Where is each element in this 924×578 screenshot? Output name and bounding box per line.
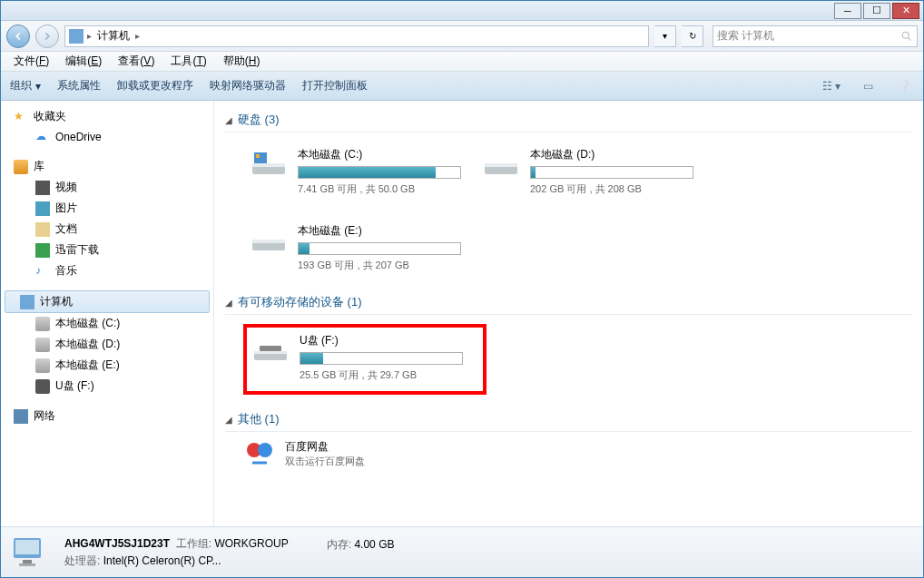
address-dropdown[interactable]: ▾ xyxy=(654,25,676,47)
navigation-bar: ▸ 计算机 ▸ ▾ ↻ 搜索 计算机 xyxy=(1,21,923,52)
disk-icon xyxy=(35,317,50,331)
svg-rect-16 xyxy=(15,540,39,554)
view-icon[interactable]: ☷ ▾ xyxy=(821,76,841,96)
svg-line-1 xyxy=(909,37,911,40)
sidebar-documents[interactable]: 文档 xyxy=(1,219,213,240)
download-icon xyxy=(35,243,50,258)
usb-drive-icon xyxy=(251,333,290,366)
menu-tools[interactable]: 工具(T) xyxy=(163,52,213,71)
sidebar-drive-c[interactable]: 本地磁盘 (C:) xyxy=(1,313,213,334)
baidu-name: 百度网盘 xyxy=(285,439,365,455)
menu-edit[interactable]: 编辑(E) xyxy=(58,52,109,71)
maximize-button[interactable]: ☐ xyxy=(863,3,890,19)
titlebar: ─ ☐ ✕ xyxy=(1,1,923,21)
baidu-netdisk[interactable]: 百度网盘 双击运行百度网盘 xyxy=(225,432,912,475)
computer-name: AHG4WTJ5SJ1D23T xyxy=(64,537,170,550)
sidebar: ★收藏夹 ☁OneDrive 库 视频 图片 文档 迅雷下载 ♪音乐 计算机 本… xyxy=(1,101,214,526)
document-icon xyxy=(35,222,50,237)
svg-point-14 xyxy=(258,443,272,457)
drive-f-name: U盘 (F:) xyxy=(300,333,476,348)
sidebar-favorites[interactable]: ★收藏夹 xyxy=(1,106,213,127)
cloud-icon: ☁ xyxy=(35,130,50,144)
drive-d[interactable]: 本地磁盘 (D:) 202 GB 可用 , 共 208 GB xyxy=(476,142,693,201)
drive-icon xyxy=(481,147,521,180)
picture-icon xyxy=(35,201,50,216)
section-hdd[interactable]: ◢硬盘 (3) xyxy=(225,108,912,132)
network-icon xyxy=(14,409,28,424)
search-icon xyxy=(900,30,913,43)
svg-rect-18 xyxy=(19,563,35,566)
drive-e-stat: 193 GB 可用 , 共 207 GB xyxy=(298,259,461,272)
sidebar-videos[interactable]: 视频 xyxy=(1,177,213,198)
drive-e-bar xyxy=(298,242,461,255)
help-icon[interactable]: ❔ xyxy=(894,76,914,96)
section-other[interactable]: ◢其他 (1) xyxy=(225,407,912,432)
disk-icon xyxy=(35,358,50,373)
drive-f-stat: 25.5 GB 可用 , 共 29.7 GB xyxy=(300,368,476,382)
toolbar-mapdrive[interactable]: 映射网络驱动器 xyxy=(210,78,286,93)
menu-help[interactable]: 帮助(H) xyxy=(216,52,268,71)
mem-value: 4.00 GB xyxy=(354,538,394,551)
sidebar-music[interactable]: ♪音乐 xyxy=(1,260,213,281)
svg-rect-17 xyxy=(23,560,32,563)
workgroup-label: 工作组: xyxy=(176,537,211,550)
sidebar-libraries[interactable]: 库 xyxy=(1,156,213,177)
body: ★收藏夹 ☁OneDrive 库 视频 图片 文档 迅雷下载 ♪音乐 计算机 本… xyxy=(1,101,923,526)
search-input[interactable]: 搜索 计算机 xyxy=(713,25,918,47)
svg-rect-3 xyxy=(252,163,285,167)
video-icon xyxy=(35,181,50,195)
computer-big-icon xyxy=(10,534,54,571)
cpu-value: Intel(R) Celeron(R) CP... xyxy=(103,554,221,567)
drive-e[interactable]: 本地磁盘 (E:) 193 GB 可用 , 共 207 GB xyxy=(243,218,461,278)
library-icon xyxy=(14,160,28,174)
toolbar-organize[interactable]: 组织 ▾ xyxy=(10,78,41,93)
back-button[interactable] xyxy=(6,24,30,48)
workgroup-value: WORKGROUP xyxy=(214,537,288,550)
sidebar-drive-e[interactable]: 本地磁盘 (E:) xyxy=(1,355,213,376)
mem-label: 内存: xyxy=(327,538,351,551)
section-removable[interactable]: ◢有可移动存储的设备 (1) xyxy=(225,290,912,315)
drive-f-usb[interactable]: U盘 (F:) 25.5 GB 可用 , 共 29.7 GB xyxy=(243,324,487,395)
svg-rect-9 xyxy=(252,240,285,243)
forward-button[interactable] xyxy=(35,24,59,48)
drive-d-name: 本地磁盘 (D:) xyxy=(530,147,693,162)
minimize-button[interactable]: ─ xyxy=(834,3,861,19)
sidebar-onedrive[interactable]: ☁OneDrive xyxy=(1,127,213,147)
svg-rect-7 xyxy=(485,163,517,167)
drive-f-fill xyxy=(300,353,323,364)
svg-rect-12 xyxy=(260,346,281,351)
address-bar[interactable]: ▸ 计算机 ▸ xyxy=(64,25,649,47)
sidebar-computer[interactable]: 计算机 xyxy=(5,290,210,313)
preview-icon[interactable]: ▭ xyxy=(858,76,878,96)
details-pane: AHG4WTJ5SJ1D23T 工作组: WORKGROUP 处理器: Inte… xyxy=(1,526,923,577)
breadcrumb-sep: ▸ xyxy=(135,31,140,41)
computer-icon xyxy=(69,29,84,44)
svg-rect-11 xyxy=(254,351,287,354)
drive-e-name: 本地磁盘 (E:) xyxy=(298,223,461,239)
drive-f-bar xyxy=(300,352,463,365)
breadcrumb-computer[interactable]: 计算机 xyxy=(92,28,135,44)
drive-c-stat: 7.41 GB 可用 , 共 50.0 GB xyxy=(298,182,461,196)
menu-file[interactable]: 文件(F) xyxy=(6,52,56,71)
drive-d-fill xyxy=(531,167,536,178)
music-icon: ♪ xyxy=(35,264,50,279)
sidebar-network[interactable]: 网络 xyxy=(1,406,213,426)
sidebar-xunlei[interactable]: 迅雷下载 xyxy=(1,240,213,260)
toolbar-uninstall[interactable]: 卸载或更改程序 xyxy=(117,78,193,93)
refresh-button[interactable]: ↻ xyxy=(682,25,703,47)
toolbar-ctrlpanel[interactable]: 打开控制面板 xyxy=(302,78,368,93)
sidebar-drive-d[interactable]: 本地磁盘 (D:) xyxy=(1,334,213,355)
computer-icon xyxy=(20,295,34,309)
drive-c-name: 本地磁盘 (C:) xyxy=(298,147,461,162)
drive-icon xyxy=(249,147,289,180)
drive-icon xyxy=(249,223,289,256)
close-button[interactable]: ✕ xyxy=(892,3,919,19)
sidebar-drive-f[interactable]: U盘 (F:) xyxy=(1,376,213,397)
toolbar-sysprops[interactable]: 系统属性 xyxy=(57,78,101,93)
content-pane: ◢硬盘 (3) 本地磁盘 (C:) 7.41 GB 可用 , 共 50.0 GB… xyxy=(214,101,923,526)
sidebar-pictures[interactable]: 图片 xyxy=(1,198,213,219)
menu-view[interactable]: 查看(V) xyxy=(111,52,162,71)
drive-c[interactable]: 本地磁盘 (C:) 7.41 GB 可用 , 共 50.0 GB xyxy=(243,142,461,201)
drive-e-fill xyxy=(299,243,310,254)
baidu-sub: 双击运行百度网盘 xyxy=(285,455,365,468)
